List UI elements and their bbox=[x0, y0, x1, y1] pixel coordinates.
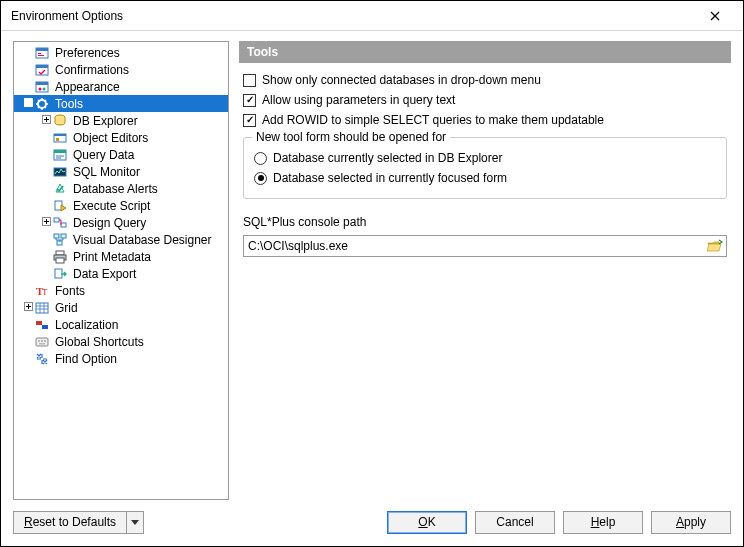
tree-item-label: Localization bbox=[53, 318, 120, 332]
svg-rect-18 bbox=[54, 150, 66, 153]
alerts-icon bbox=[52, 181, 68, 197]
tree-item-localization[interactable]: Localization bbox=[14, 316, 228, 333]
tree-item-preferences[interactable]: Preferences bbox=[14, 44, 228, 61]
design-icon bbox=[52, 215, 68, 231]
pref-icon bbox=[34, 45, 50, 61]
help-button[interactable]: Help bbox=[563, 511, 643, 534]
expand-icon[interactable] bbox=[40, 115, 52, 126]
tree-item-label: Print Metadata bbox=[71, 250, 153, 264]
ok-button[interactable]: OK bbox=[387, 511, 467, 534]
nav-tree[interactable]: PreferencesConfirmationsAppearanceToolsD… bbox=[13, 41, 229, 500]
tree-item-confirmations[interactable]: Confirmations bbox=[14, 61, 228, 78]
apply-button[interactable]: Apply bbox=[651, 511, 731, 534]
mnemonic: A bbox=[676, 515, 684, 529]
radio-db-explorer[interactable]: Database currently selected in DB Explor… bbox=[254, 148, 716, 168]
tree-item-fonts[interactable]: TTFonts bbox=[14, 282, 228, 299]
tree-item-db-explorer[interactable]: DB Explorer bbox=[14, 112, 228, 129]
tree-item-visual-database-designer[interactable]: Visual Database Designer bbox=[14, 231, 228, 248]
group-new-tool-form: New tool form should be opened for Datab… bbox=[243, 137, 727, 199]
svg-rect-2 bbox=[38, 53, 41, 54]
sqlplus-path-field[interactable]: C:\OCI\sqlplus.exe bbox=[243, 235, 727, 257]
mnemonic: O bbox=[418, 515, 427, 529]
tree-item-tools[interactable]: Tools bbox=[14, 95, 228, 112]
tree-item-find-option[interactable]: Find Option bbox=[14, 350, 228, 367]
tree-item-label: Global Shortcuts bbox=[53, 335, 146, 349]
radio-label: Database selected in currently focused f… bbox=[273, 171, 507, 185]
button-bar: Reset to Defaults OK Cancel Help Apply bbox=[13, 500, 731, 536]
reset-defaults-dropdown[interactable] bbox=[126, 511, 144, 534]
tools-icon bbox=[34, 96, 50, 112]
radio-label: Database currently selected in DB Explor… bbox=[273, 151, 502, 165]
tree-item-label: Query Data bbox=[71, 148, 136, 162]
dbexp-icon bbox=[52, 113, 68, 129]
close-icon bbox=[710, 11, 720, 21]
svg-rect-1 bbox=[36, 48, 48, 51]
reset-rest: eset to Defaults bbox=[33, 515, 116, 529]
radio-icon bbox=[254, 152, 267, 165]
tree-item-global-shortcuts[interactable]: Global Shortcuts bbox=[14, 333, 228, 350]
tree-item-sql-monitor[interactable]: SQL Monitor bbox=[14, 163, 228, 180]
expand-icon[interactable] bbox=[40, 217, 52, 228]
svg-rect-30 bbox=[55, 269, 62, 278]
svg-rect-5 bbox=[36, 65, 48, 68]
apply-rest: pply bbox=[684, 515, 706, 529]
ok-rest: K bbox=[428, 515, 436, 529]
print-icon bbox=[52, 249, 68, 265]
svg-rect-39 bbox=[41, 340, 43, 342]
check-show-connected[interactable]: Show only connected databases in drop-do… bbox=[243, 73, 727, 87]
sqlplus-path-value: C:\OCI\sqlplus.exe bbox=[248, 239, 706, 253]
tree-item-print-metadata[interactable]: Print Metadata bbox=[14, 248, 228, 265]
tree-item-label: Confirmations bbox=[53, 63, 131, 77]
grid-icon bbox=[34, 300, 50, 316]
panel-title: Tools bbox=[239, 41, 731, 63]
group-title: New tool form should be opened for bbox=[252, 130, 450, 144]
svg-rect-35 bbox=[36, 321, 42, 325]
svg-text:T: T bbox=[42, 287, 48, 297]
tree-item-execute-script[interactable]: Execute Script bbox=[14, 197, 228, 214]
right-panel: Tools Show only connected databases in d… bbox=[239, 41, 731, 500]
checkbox-icon bbox=[243, 114, 256, 127]
mnemonic: R bbox=[24, 515, 33, 529]
tree-item-label: Design Query bbox=[71, 216, 148, 230]
panel-body: Show only connected databases in drop-do… bbox=[239, 63, 731, 261]
svg-rect-15 bbox=[54, 134, 66, 136]
tree-item-label: Object Editors bbox=[71, 131, 150, 145]
cancel-button[interactable]: Cancel bbox=[475, 511, 555, 534]
tree-item-label: Find Option bbox=[53, 352, 119, 366]
svg-rect-36 bbox=[42, 325, 48, 329]
svg-rect-23 bbox=[61, 223, 66, 227]
tree-item-appearance[interactable]: Appearance bbox=[14, 78, 228, 95]
tree-item-data-export[interactable]: Data Export bbox=[14, 265, 228, 282]
titlebar: Environment Options bbox=[1, 1, 743, 31]
tree-item-object-editors[interactable]: Object Editors bbox=[14, 129, 228, 146]
browse-button[interactable] bbox=[706, 238, 724, 254]
find-icon bbox=[34, 351, 50, 367]
svg-rect-26 bbox=[57, 241, 62, 245]
check-allow-params[interactable]: Allow using parameters in query text bbox=[243, 93, 727, 107]
tree-item-query-data[interactable]: Query Data bbox=[14, 146, 228, 163]
tree-item-database-alerts[interactable]: Database Alerts bbox=[14, 180, 228, 197]
radio-focused-form[interactable]: Database selected in currently focused f… bbox=[254, 168, 716, 188]
tree-item-label: SQL Monitor bbox=[71, 165, 142, 179]
reset-defaults-button[interactable]: Reset to Defaults bbox=[13, 511, 126, 534]
expand-icon[interactable] bbox=[22, 302, 34, 313]
checkbox-icon bbox=[243, 94, 256, 107]
check-label: Allow using parameters in query text bbox=[262, 93, 455, 107]
tree-item-label: Grid bbox=[53, 301, 80, 315]
tree-item-label: Preferences bbox=[53, 46, 122, 60]
tree-item-design-query[interactable]: Design Query bbox=[14, 214, 228, 231]
close-button[interactable] bbox=[695, 4, 735, 28]
reset-defaults-split: Reset to Defaults bbox=[13, 511, 144, 534]
tree-item-grid[interactable]: Grid bbox=[14, 299, 228, 316]
dialog-window: Environment Options PreferencesConfirmat… bbox=[0, 0, 744, 547]
tree-item-label: Fonts bbox=[53, 284, 87, 298]
sqlmon-icon bbox=[52, 164, 68, 180]
svg-rect-38 bbox=[38, 340, 40, 342]
svg-rect-7 bbox=[36, 82, 48, 85]
local-icon bbox=[34, 317, 50, 333]
window-title: Environment Options bbox=[11, 9, 123, 23]
collapse-icon[interactable] bbox=[22, 98, 34, 109]
check-add-rowid[interactable]: Add ROWID to simple SELECT queries to ma… bbox=[243, 113, 727, 127]
check-label: Show only connected databases in drop-do… bbox=[262, 73, 541, 87]
check-label: Add ROWID to simple SELECT queries to ma… bbox=[262, 113, 604, 127]
